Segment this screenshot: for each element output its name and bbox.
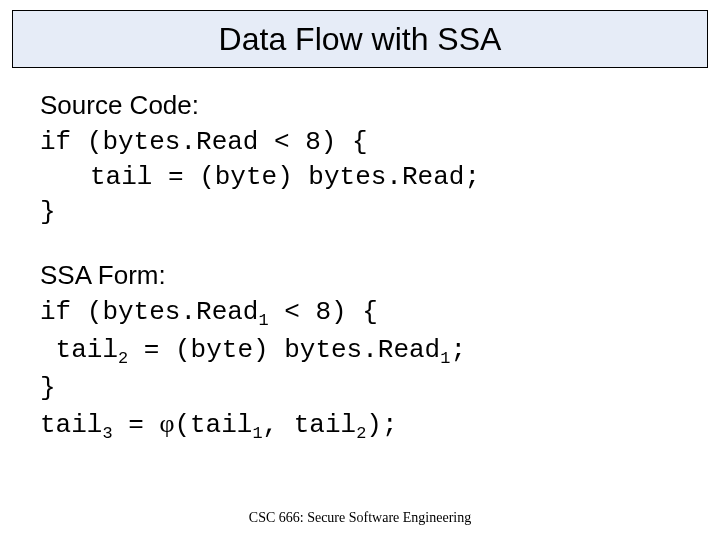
source-code-block: if (bytes.Read < 8) { tail = (byte) byte… — [40, 125, 680, 230]
title-band: Data Flow with SSA — [12, 10, 708, 68]
ssa-sub-1c: 1 — [252, 425, 262, 444]
ssa-sub-3: 3 — [102, 425, 112, 444]
slide-body: Source Code: if (bytes.Read < 8) { tail … — [40, 90, 680, 476]
src-line1: if (bytes.Read < 8) { — [40, 127, 368, 157]
ssa-tail-end: ; — [450, 335, 466, 365]
slide: Data Flow with SSA Source Code: if (byte… — [0, 0, 720, 540]
ssa-sub-2a: 2 — [118, 349, 128, 368]
ssa-close: } — [40, 373, 56, 403]
ssa-phi-close: ); — [366, 410, 397, 440]
src-line2: tail = (byte) bytes.Read; — [90, 162, 480, 192]
ssa-sub-1b: 1 — [440, 349, 450, 368]
slide-footer: CSC 666: Secure Software Engineering — [0, 510, 720, 526]
ssa-sub-2b: 2 — [356, 425, 366, 444]
ssa-if-a: if (bytes.Read — [40, 297, 258, 327]
ssa-code-block: if (bytes.Read1 < 8) { tail2 = (byte) by… — [40, 295, 680, 446]
ssa-phi-open: (tail — [174, 410, 252, 440]
ssa-phi-eq: = — [113, 410, 160, 440]
ssa-if-b: < 8) { — [269, 297, 378, 327]
ssa-tail-mid: = (byte) bytes.Read — [128, 335, 440, 365]
ssa-form-label: SSA Form: — [40, 260, 680, 291]
ssa-sub-1a: 1 — [258, 311, 268, 330]
src-line3: } — [40, 197, 56, 227]
phi-symbol: φ — [159, 409, 174, 438]
ssa-phi-comma: , tail — [263, 410, 357, 440]
ssa-phi-tail: tail — [40, 410, 102, 440]
ssa-tail-a: tail — [56, 335, 118, 365]
slide-title: Data Flow with SSA — [219, 21, 502, 58]
source-code-label: Source Code: — [40, 90, 680, 121]
